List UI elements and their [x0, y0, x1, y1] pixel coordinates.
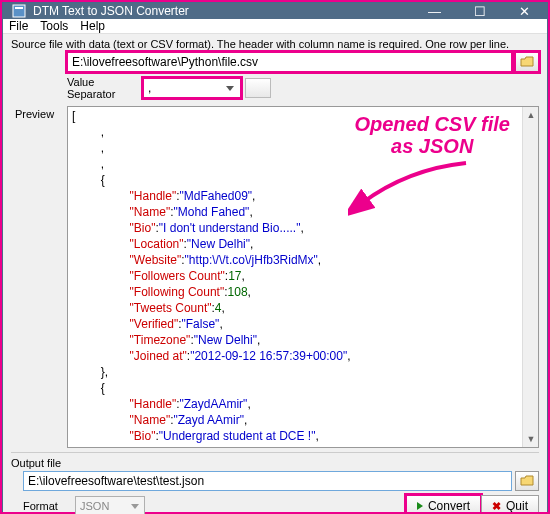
- scroll-down-icon[interactable]: ▼: [523, 431, 539, 447]
- scrollbar[interactable]: ▲ ▼: [522, 107, 538, 447]
- format-combo: JSON: [75, 496, 145, 514]
- separator-combo[interactable]: ,: [143, 78, 241, 98]
- preview-textarea[interactable]: [ , , , { "Handle":"MdFahed09", "Name":"…: [67, 106, 539, 448]
- arrow-annotation-icon: [348, 159, 478, 219]
- annotation-overlay: Opened CSV file as JSON: [354, 113, 510, 157]
- scroll-up-icon[interactable]: ▲: [523, 107, 539, 123]
